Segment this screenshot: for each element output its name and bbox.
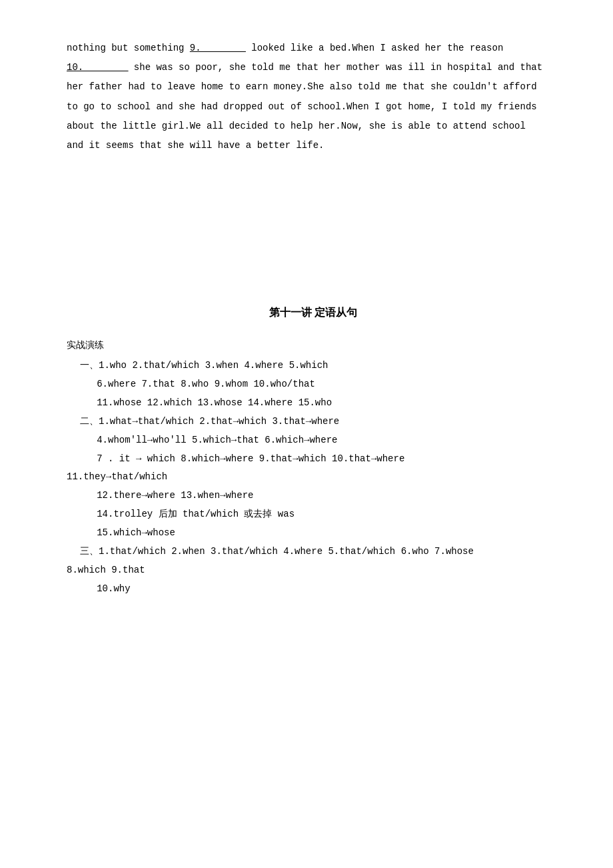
practice-label: 实战演练 xyxy=(67,337,560,353)
chapter-title: 第十一讲 定语从句 xyxy=(67,303,560,321)
section2-line4: 11.they→that/which xyxy=(67,469,560,486)
paragraph-line-5: about the little girl.We all decided to … xyxy=(67,118,560,135)
section2-line1: 二、1.what→that/which 2.that→which 3.that→… xyxy=(67,413,560,431)
section2-answers-3: 7 . it → which 8.which→where 9.that→whic… xyxy=(97,453,404,464)
paragraph-line-2: 10.________ she was so poor, she told me… xyxy=(67,59,560,76)
section3-line3: 10.why xyxy=(67,581,560,598)
section3-line2: 8.which 9.that xyxy=(67,562,560,579)
section3-answers-2: 8.which 9.that xyxy=(67,565,145,575)
section2-line2: 4.whom'll→who'll 5.which→that 6.which→wh… xyxy=(67,432,560,449)
paragraph-line-6: and it seems that she will have a better… xyxy=(67,137,560,154)
paragraph-line-3: her father had to leave home to earn mon… xyxy=(67,79,560,95)
section3-answers-1: 1.that/which 2.when 3.that/which 4.where… xyxy=(99,546,474,557)
section1-line3: 11.whose 12.which 13.whose 14.where 15.w… xyxy=(67,395,560,412)
blank-10: 10.________ xyxy=(67,62,128,73)
section2-answers-6: 14.trolley 后加 that/which 或去掉 was xyxy=(97,509,295,519)
practice-section: 实战演练 一、1.who 2.that/which 3.when 4.where… xyxy=(67,337,560,597)
section1-line2: 6.where 7.that 8.who 9.whom 10.who/that xyxy=(67,376,560,393)
section2-answers-1: 1.what→that/which 2.that→which 3.that→wh… xyxy=(99,416,339,427)
section1-answers-3: 11.whose 12.which 13.whose 14.where 15.w… xyxy=(97,397,332,408)
section2-answers-7: 15.which→whose xyxy=(97,527,175,538)
section3-title: 三、 xyxy=(80,546,99,557)
section2-line7: 15.which→whose xyxy=(67,525,560,542)
section1-answers-2: 6.where 7.that 8.who 9.whom 10.who/that xyxy=(97,379,315,389)
section1-line1: 一、1.who 2.that/which 3.when 4.where 5.wh… xyxy=(67,357,560,375)
paragraph-line-4: to go to school and she had dropped out … xyxy=(67,99,560,115)
section1-title: 一、 xyxy=(80,360,99,371)
section3-answers-3: 10.why xyxy=(97,583,130,594)
main-content: nothing but something 9.________ looked … xyxy=(67,40,560,598)
paragraph-section: nothing but something 9.________ looked … xyxy=(67,40,560,154)
section2-line6: 14.trolley 后加 that/which 或去掉 was xyxy=(67,506,560,523)
section1-answers-1: 1.who 2.that/which 3.when 4.where 5.whic… xyxy=(99,360,328,371)
section3-line1: 三、1.that/which 2.when 3.that/which 4.whe… xyxy=(67,543,560,561)
section2-answers-2: 4.whom'll→who'll 5.which→that 6.which→wh… xyxy=(97,435,337,445)
section2-line3: 7 . it → which 8.which→where 9.that→whic… xyxy=(67,451,560,468)
section2-line5: 12.there→where 13.when→where xyxy=(67,487,560,505)
section2-answers-5: 12.there→where 13.when→where xyxy=(97,490,253,501)
paragraph-line-1: nothing but something 9.________ looked … xyxy=(67,40,560,57)
section2-title: 二、 xyxy=(80,416,99,427)
blank-9: 9.________ xyxy=(190,43,246,53)
section-divider xyxy=(67,157,560,303)
section2-answers-4: 11.they→that/which xyxy=(67,471,167,482)
